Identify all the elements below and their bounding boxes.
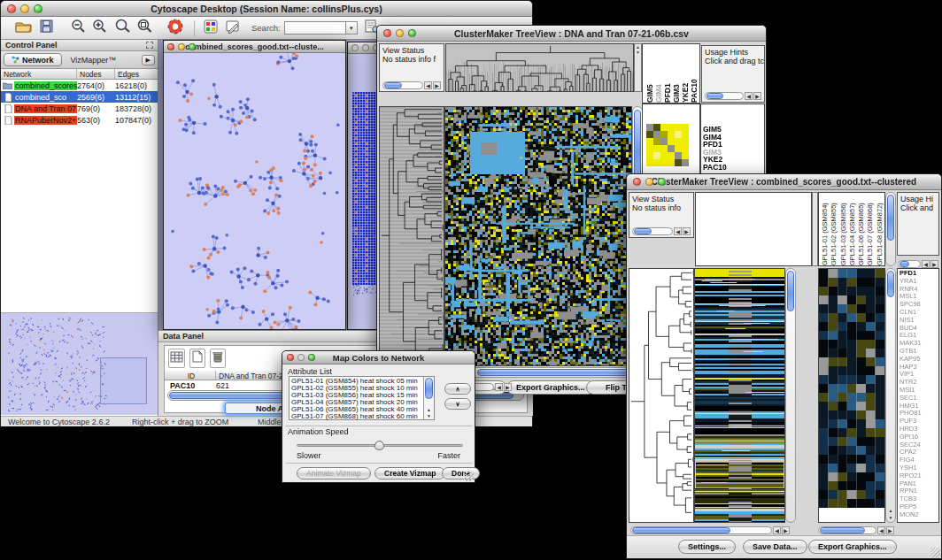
network-view-1-canvas[interactable]: [164, 53, 345, 329]
zoom-button[interactable]: [658, 178, 666, 186]
tv2-save-data-button[interactable]: Save Data...: [743, 540, 807, 554]
done-button[interactable]: Done: [442, 467, 480, 479]
tv2-row-dendrogram[interactable]: [629, 268, 694, 523]
close-button[interactable]: [7, 4, 16, 13]
network-table-row[interactable]: combined_scores2764(0)16218(0): [1, 80, 158, 91]
dialog-titlebar[interactable]: Map Colors to Network: [282, 351, 475, 364]
tv2-detail-heatmap[interactable]: [818, 268, 885, 523]
tab-network[interactable]: Network: [4, 53, 62, 66]
vizmapper-icon[interactable]: [204, 19, 218, 37]
new-attribute-icon[interactable]: [189, 349, 205, 368]
zoom-button[interactable]: [189, 43, 196, 50]
move-up-button[interactable]: ∧: [444, 383, 471, 395]
data-row-id: PAC10: [165, 381, 216, 390]
network-overview-panel[interactable]: [1, 312, 158, 415]
zoom-button[interactable]: [408, 29, 416, 37]
close-button[interactable]: [287, 354, 294, 361]
attribute-listbox[interactable]: GPL51-01 (GSM854) heat shock 05 minGPL51…: [289, 376, 435, 420]
help-icon[interactable]: [167, 19, 183, 38]
matrix-cell: [660, 131, 668, 138]
delete-attribute-icon[interactable]: [210, 349, 226, 368]
data-panel-title: Data Panel: [163, 332, 204, 341]
open-session-icon[interactable]: [15, 19, 32, 36]
tv2-heatmap-vscroll[interactable]: [785, 268, 796, 523]
network-table-header: Network Nodes Edges: [1, 69, 158, 80]
tv1-heatmap[interactable]: [444, 106, 632, 366]
matrix-cell: [660, 124, 668, 131]
matrix-cell: [653, 138, 660, 145]
treeview2-titlebar[interactable]: ClusterMaker TreeView : combined_scores_…: [627, 174, 941, 190]
tv2-hints-scrollbar[interactable]: ◀▶: [898, 259, 938, 268]
matrix-cell: [668, 159, 675, 166]
zoom-out-icon[interactable]: [71, 19, 86, 37]
search-input-wrap: ▼: [284, 21, 358, 35]
attribute-list-vscroll[interactable]: ▲ ▼: [423, 377, 434, 419]
network-table-row[interactable]: DNA and Tran 07769(0)183728(0): [1, 103, 158, 114]
tv2-button-bar: Settings... Save Data... Export Graphics…: [627, 535, 941, 558]
tv1-export-graphics-button[interactable]: Export Graphics...: [506, 380, 595, 395]
matrix-cell: [682, 152, 689, 159]
matrix-cell: [653, 152, 660, 159]
animate-vizmap-button: Animate Vizmap: [297, 467, 371, 479]
tabs-more-button[interactable]: ▶: [142, 55, 155, 65]
tab-vizmapper[interactable]: VizMapper™: [62, 53, 126, 66]
tv2-bottom-scrollbar-left[interactable]: ◀▶: [630, 525, 790, 534]
tv2-collabel-vscroll[interactable]: [885, 192, 896, 266]
tv2-status-scrollbar[interactable]: ◀▶: [632, 226, 691, 235]
network-table-row[interactable]: combined_sco2569(6)13112(15): [1, 91, 158, 103]
tv1-row-dendrogram[interactable]: [379, 106, 444, 366]
matrix-cell: [653, 145, 660, 152]
treeview1-titlebar[interactable]: ClusterMaker TreeView : DNA and Tran 07-…: [377, 26, 766, 42]
close-button[interactable]: [351, 44, 359, 51]
minimize-button[interactable]: [297, 354, 305, 361]
slower-label: Slower: [297, 451, 321, 460]
tv1-column-dendrogram[interactable]: [445, 43, 634, 92]
zoom-button[interactable]: [308, 354, 315, 361]
gene-label: MON2: [900, 511, 938, 519]
folder-icon: [3, 81, 12, 89]
tv2-resize-grip[interactable]: [930, 548, 940, 557]
minimize-button[interactable]: [396, 29, 404, 37]
close-button[interactable]: [633, 178, 641, 186]
create-vizmap-button[interactable]: Create Vizmap: [374, 467, 445, 479]
minimize-button[interactable]: [20, 4, 29, 13]
close-button[interactable]: [167, 43, 174, 50]
tv1-hints-scrollbar[interactable]: ◀▶: [705, 91, 761, 100]
tv2-column-label: GPL51-03 (GSM856): [839, 193, 848, 265]
search-input[interactable]: [284, 21, 346, 35]
table-view-icon[interactable]: [168, 349, 185, 368]
minimize-button[interactable]: [362, 44, 369, 51]
matrix-cell: [682, 145, 689, 152]
minimize-button[interactable]: [178, 43, 185, 50]
attribute-list-item[interactable]: GPL51-07 (GSM868) heat shock 60 min: [290, 413, 434, 420]
tv2-settings-button[interactable]: Settings...: [678, 540, 736, 554]
slider-thumb[interactable]: [374, 441, 384, 450]
animation-speed-label: Animation Speed: [288, 427, 349, 436]
search-label: Search:: [251, 23, 281, 33]
main-titlebar[interactable]: Cytoscape Desktop (Session Name: collins…: [1, 1, 532, 17]
tv2-bottom-scrollbar-right[interactable]: ◀▶: [818, 525, 894, 534]
move-down-button[interactable]: ∨: [444, 398, 471, 410]
minimize-button[interactable]: [645, 178, 653, 186]
close-button[interactable]: [383, 29, 391, 37]
dialog-resize-grip[interactable]: [464, 472, 474, 481]
tv2-detail-vscroll[interactable]: ▲ ▼: [885, 268, 896, 523]
save-session-icon[interactable]: [40, 19, 53, 36]
tv2-heatmap[interactable]: [694, 268, 785, 523]
tv1-status-scrollbar[interactable]: ◀▶: [382, 81, 441, 89]
float-panel-icon[interactable]: [146, 42, 153, 49]
search-dropdown-arrow[interactable]: ▼: [346, 21, 358, 35]
network-overview-canvas[interactable]: [1, 313, 158, 416]
tv2-column-dendrogram[interactable]: [695, 192, 812, 266]
zoom-in-icon[interactable]: [92, 19, 107, 37]
faster-label: Faster: [437, 451, 460, 460]
annotation-icon[interactable]: [226, 19, 241, 37]
zoom-fit-icon[interactable]: [136, 19, 152, 37]
zoom-button[interactable]: [34, 4, 42, 13]
animation-speed-slider[interactable]: [297, 441, 463, 449]
zoom-selected-icon[interactable]: [114, 19, 131, 37]
network-table-row[interactable]: RNAPuberNov2+I563(0)107847(0): [1, 114, 158, 126]
tv1-similarity-matrix[interactable]: [646, 124, 689, 166]
matrix-cell: [660, 152, 668, 159]
tv2-export-graphics-button[interactable]: Export Graphics...: [808, 540, 897, 554]
